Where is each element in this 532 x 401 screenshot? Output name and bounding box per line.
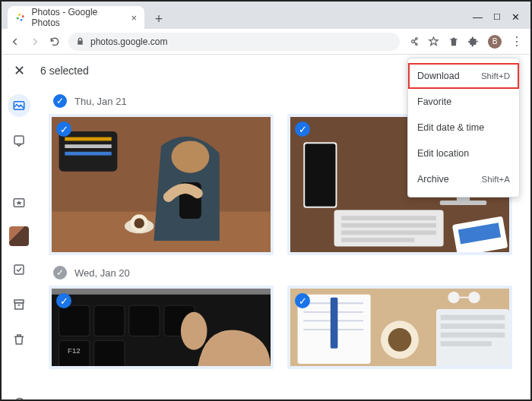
overflow-menu: Download Shift+D Favorite Edit date & ti…: [407, 58, 520, 197]
svg-rect-29: [341, 238, 414, 242]
maximize-icon[interactable]: ☐: [493, 12, 501, 22]
clear-selection-icon[interactable]: ✕: [14, 62, 25, 79]
svg-rect-24: [440, 200, 486, 205]
svg-rect-8: [15, 303, 24, 309]
svg-point-2: [416, 43, 418, 46]
address-bar[interactable]: photos.google.com: [68, 33, 400, 51]
profile-avatar[interactable]: B: [488, 35, 502, 49]
svg-point-58: [448, 292, 459, 303]
svg-rect-33: [305, 144, 335, 207]
svg-rect-37: [94, 305, 125, 336]
date-checkbox-icon[interactable]: ✓: [53, 266, 67, 279]
back-icon[interactable]: [9, 36, 21, 47]
svg-rect-54: [441, 315, 505, 320]
trash-icon[interactable]: [448, 36, 459, 47]
svg-text:F12: F12: [68, 346, 81, 355]
selected-check-icon[interactable]: ✓: [295, 293, 310, 308]
sharing-nav-icon[interactable]: [8, 129, 30, 152]
date-checkbox-icon[interactable]: ✓: [53, 94, 67, 108]
favorites-nav-icon[interactable]: [8, 191, 30, 214]
svg-rect-28: [341, 230, 436, 235]
svg-rect-38: [129, 305, 160, 336]
photo-thumbnail[interactable]: ✓: [287, 286, 512, 369]
svg-rect-57: [441, 341, 492, 346]
storage-nav-icon[interactable]: [8, 392, 30, 401]
photo-thumbnail[interactable]: F12 ✓: [49, 286, 274, 369]
minimize-icon[interactable]: —: [473, 11, 483, 23]
photo-thumbnail[interactable]: ✓: [49, 114, 274, 255]
menu-label: Archive: [417, 174, 449, 185]
selected-check-icon[interactable]: ✓: [56, 293, 71, 308]
svg-point-1: [416, 38, 418, 40]
window-controls: — ☐ ✕: [473, 11, 530, 29]
svg-point-52: [388, 328, 412, 352]
window-titlebar: Photos - Google Photos × + — ☐ ✕: [2, 2, 530, 29]
share-icon[interactable]: [407, 36, 419, 47]
svg-rect-12: [65, 137, 111, 141]
svg-rect-50: [331, 298, 338, 349]
svg-point-43: [181, 312, 207, 350]
selected-check-icon[interactable]: ✓: [56, 122, 71, 137]
selected-check-icon[interactable]: ✓: [295, 122, 310, 137]
trash-nav-icon[interactable]: [8, 328, 30, 351]
menu-shortcut: Shift+D: [481, 71, 510, 81]
archive-nav-icon[interactable]: [8, 293, 30, 316]
svg-rect-41: [94, 340, 125, 366]
date-header-2[interactable]: ✓ Wed, Jan 20: [53, 266, 523, 279]
menu-label: Download: [417, 71, 460, 81]
svg-rect-4: [14, 136, 24, 144]
svg-rect-36: [59, 305, 90, 336]
tab-close-icon[interactable]: ×: [131, 12, 137, 24]
albums-nav-thumb[interactable]: [9, 226, 29, 246]
url-text: photos.google.com: [90, 36, 167, 47]
star-icon[interactable]: [428, 36, 439, 47]
svg-rect-13: [65, 144, 111, 148]
menu-edit-location[interactable]: Edit location: [408, 141, 519, 166]
svg-rect-56: [441, 333, 505, 338]
svg-rect-27: [341, 223, 436, 228]
menu-label: Edit date & time: [417, 122, 484, 133]
menu-label: Edit location: [417, 148, 469, 159]
menu-favorite[interactable]: Favorite: [408, 89, 519, 115]
photos-nav-icon[interactable]: [8, 94, 30, 117]
kebab-menu-icon[interactable]: ⋮: [511, 34, 523, 49]
svg-point-18: [171, 141, 209, 172]
svg-rect-6: [14, 265, 24, 274]
menu-archive[interactable]: Archive Shift+A: [408, 166, 519, 192]
tab-title: Photos - Google Photos: [32, 7, 125, 28]
menu-edit-datetime[interactable]: Edit date & time: [408, 115, 519, 141]
svg-rect-14: [65, 152, 111, 156]
lock-icon: [76, 37, 84, 46]
svg-point-59: [468, 292, 480, 303]
browser-tab[interactable]: Photos - Google Photos ×: [8, 6, 144, 29]
utilities-nav-icon[interactable]: [8, 258, 30, 281]
selection-count: 6 selected: [40, 65, 89, 77]
browser-toolbar: photos.google.com B ⋮: [2, 29, 530, 55]
close-window-icon[interactable]: ✕: [511, 11, 520, 23]
menu-download[interactable]: Download Shift+D: [408, 63, 519, 89]
google-photos-favicon: [15, 12, 26, 23]
reload-icon[interactable]: [49, 36, 61, 47]
svg-point-17: [134, 218, 144, 228]
forward-icon: [29, 36, 41, 47]
date-label: Wed, Jan 20: [74, 267, 130, 279]
svg-rect-26: [341, 216, 436, 220]
extensions-icon[interactable]: [468, 36, 479, 47]
menu-shortcut: Shift+A: [482, 175, 510, 184]
new-tab-button[interactable]: +: [149, 9, 169, 29]
date-label: Thu, Jan 21: [74, 96, 127, 107]
left-nav-rail: [6, 94, 32, 401]
svg-rect-55: [441, 324, 505, 329]
menu-label: Favorite: [417, 96, 451, 107]
